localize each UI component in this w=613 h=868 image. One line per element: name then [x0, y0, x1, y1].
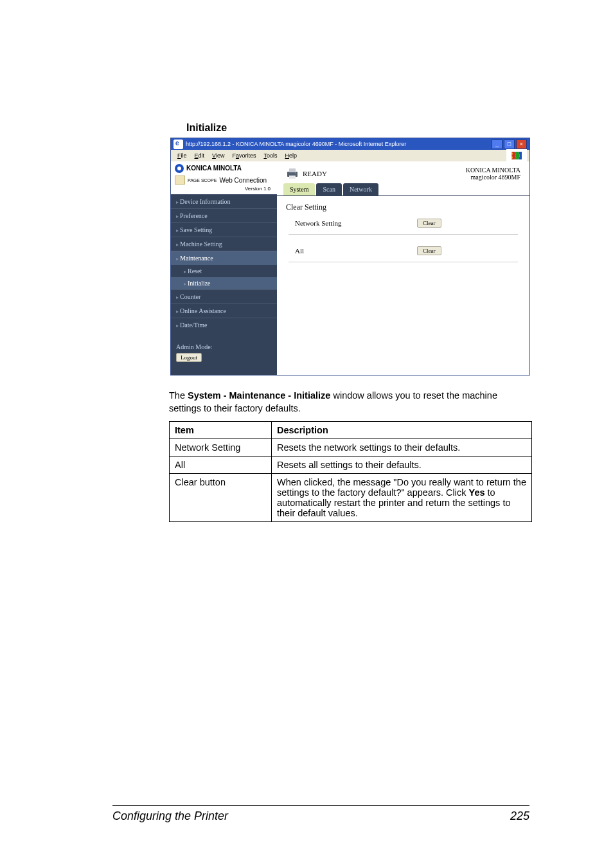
- body-text-1: The: [169, 390, 188, 401]
- pagescope-label: PAGE SCOPE Web Connection: [175, 173, 273, 186]
- clear-button-all[interactable]: Clear: [417, 246, 441, 255]
- main-pane: READY KONICA MINOLTA magicolor 4690MF Sy…: [277, 161, 529, 375]
- status-text: READY: [303, 170, 327, 177]
- printer-icon: [286, 168, 299, 179]
- th-description: Description: [272, 422, 532, 439]
- device-line-1: KONICA MINOLTA: [466, 167, 520, 174]
- brand-logo: KONICA MINOLTA: [175, 164, 273, 173]
- pagescope-text: Web Connection: [219, 177, 267, 184]
- table-header-row: Item Description: [170, 422, 532, 439]
- screenshot-window: http://192.168.1.2 - KONICA MINOLTA magi…: [170, 138, 530, 375]
- header-row: READY KONICA MINOLTA magicolor 4690MF: [277, 161, 529, 182]
- table-row: Clear button When clicked, the message "…: [170, 474, 532, 522]
- sidebar-item-maintenance[interactable]: Maintenance: [171, 251, 277, 265]
- admin-mode-label: Admin Mode:: [176, 343, 272, 350]
- version-text: Version 1.0: [175, 186, 273, 193]
- maximize-button[interactable]: □: [504, 140, 515, 149]
- sidebar-item-date-time[interactable]: Date/Time: [171, 318, 277, 332]
- description-table: Item Description Network Setting Resets …: [169, 421, 532, 522]
- row-network-setting-label: Network Setting: [295, 219, 417, 227]
- clear-button-network[interactable]: Clear: [417, 219, 441, 228]
- minimize-button[interactable]: _: [492, 140, 502, 149]
- divider-1: [289, 234, 518, 235]
- body-text-bold: System - Maintenance - Initialize: [188, 390, 330, 401]
- ie-throbber-icon: [506, 149, 527, 162]
- td-item: Clear button: [170, 474, 272, 522]
- td-desc: Resets the network settings to their def…: [272, 439, 532, 457]
- sidebar-sub-reset[interactable]: Reset: [171, 265, 277, 277]
- window-buttons: _ □ ×: [492, 140, 527, 149]
- svg-rect-2: [289, 168, 296, 172]
- window-titlebar: http://192.168.1.2 - KONICA MINOLTA magi…: [171, 138, 529, 150]
- menu-edit[interactable]: Edit: [191, 151, 209, 160]
- sidebar-item-online-assist[interactable]: Online Assistance: [171, 303, 277, 318]
- tab-network[interactable]: Network: [343, 183, 378, 195]
- window-title: http://192.168.1.2 - KONICA MINOLTA magi…: [186, 141, 406, 147]
- menu-file[interactable]: File: [173, 151, 191, 160]
- td-item: Network Setting: [170, 439, 272, 457]
- table-row: Network Setting Resets the network setti…: [170, 439, 532, 457]
- td-desc-bold: Yes: [469, 487, 485, 498]
- sidebar: KONICA MINOLTA PAGE SCOPE Web Connection…: [171, 161, 277, 375]
- row-all: All Clear: [277, 244, 529, 262]
- pagescope-icon: [175, 176, 185, 185]
- row-network-setting: Network Setting Clear: [277, 216, 529, 234]
- document-page: Initialize http://192.168.1.2 - KONICA M…: [0, 0, 613, 868]
- footer-title: Configuring the Printer: [112, 809, 228, 823]
- menu-favorites[interactable]: Favorites: [228, 151, 260, 160]
- sidebar-item-preference[interactable]: Preference: [171, 208, 277, 222]
- ie-icon: [173, 140, 183, 149]
- row-all-label: All: [295, 247, 417, 255]
- pagescope-prefix: PAGE SCOPE: [188, 178, 217, 183]
- close-button[interactable]: ×: [516, 140, 527, 149]
- divider-2: [289, 262, 518, 262]
- th-item: Item: [170, 422, 272, 439]
- section-heading: Initialize: [186, 122, 529, 134]
- svg-point-4: [295, 172, 296, 174]
- brand-text: KONICA MINOLTA: [186, 165, 242, 172]
- menubar: File Edit View Favorites Tools Help: [171, 150, 529, 162]
- body-paragraph: The System - Maintenance - Initialize wi…: [169, 390, 529, 415]
- tab-row: System Scan Network: [277, 182, 529, 196]
- clear-setting-title: Clear Setting: [277, 196, 529, 216]
- brand-block: KONICA MINOLTA PAGE SCOPE Web Connection…: [171, 161, 277, 194]
- sidebar-item-save-setting[interactable]: Save Setting: [171, 222, 277, 237]
- footer-page: 225: [510, 809, 529, 823]
- logout-button[interactable]: Logout: [176, 353, 202, 362]
- menu-help[interactable]: Help: [281, 151, 301, 160]
- sidebar-item-machine-setting[interactable]: Machine Setting: [171, 237, 277, 251]
- sidebar-sub-initialize[interactable]: Initialize: [171, 277, 277, 289]
- admin-mode-block: Admin Mode: Logout: [171, 332, 277, 374]
- device-line-2: magicolor 4690MF: [466, 174, 520, 181]
- td-desc: Resets all settings to their defaults.: [272, 457, 532, 474]
- page-footer: Configuring the Printer 225: [112, 805, 529, 823]
- browser-content: KONICA MINOLTA PAGE SCOPE Web Connection…: [171, 161, 529, 375]
- sidebar-item-counter[interactable]: Counter: [171, 289, 277, 303]
- tab-system[interactable]: System: [283, 183, 315, 195]
- svg-rect-3: [289, 176, 296, 179]
- tab-scan[interactable]: Scan: [316, 183, 341, 195]
- menu-tools[interactable]: Tools: [260, 151, 281, 160]
- device-name: KONICA MINOLTA magicolor 4690MF: [466, 167, 520, 181]
- td-desc: When clicked, the message "Do you really…: [272, 474, 532, 522]
- status-ready: READY: [286, 167, 327, 181]
- table-row: All Resets all settings to their default…: [170, 457, 532, 474]
- menu-view[interactable]: View: [208, 151, 228, 160]
- sidebar-item-device-info[interactable]: Device Information: [171, 194, 277, 208]
- td-item: All: [170, 457, 272, 474]
